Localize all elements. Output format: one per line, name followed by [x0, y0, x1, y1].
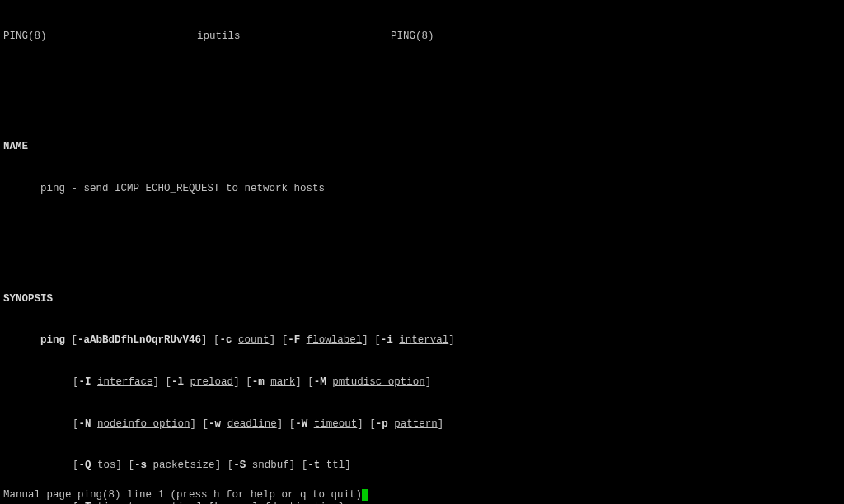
man-header: PING(8) iputils PING(8): [3, 30, 841, 44]
synopsis-line-1: ping [-aAbBdDfhLnOqrRUvV46] [-c count] […: [3, 334, 841, 348]
name-text: ping - send ICMP ECHO_REQUEST to network…: [3, 182, 841, 196]
syn-flags: -aAbBdDfhLnOqrRUvV46: [77, 334, 201, 346]
pager-status-text: Manual page ping(8) line 1 (press h for …: [3, 489, 362, 501]
man-page: PING(8) iputils PING(8) NAME ping - send…: [0, 0, 844, 504]
section-name-title: NAME: [3, 140, 841, 154]
pager-status-bar[interactable]: Manual page ping(8) line 1 (press h for …: [3, 488, 368, 502]
section-synopsis-title: SYNOPSIS: [3, 292, 841, 306]
header-left: PING(8): [3, 30, 197, 44]
synopsis-line-3: [-N nodeinfo option] [-w deadline] [-W t…: [3, 418, 841, 432]
header-right: PING(8): [391, 30, 434, 44]
cursor-icon: [362, 489, 368, 501]
header-center: iputils: [197, 30, 391, 44]
synopsis-line-2: [-I interface] [-l preload] [-m mark] [-…: [3, 376, 841, 390]
synopsis-line-4: [-Q tos] [-s packetsize] [-S sndbuf] [-t…: [3, 459, 841, 473]
synopsis-cmd: ping: [40, 334, 65, 346]
